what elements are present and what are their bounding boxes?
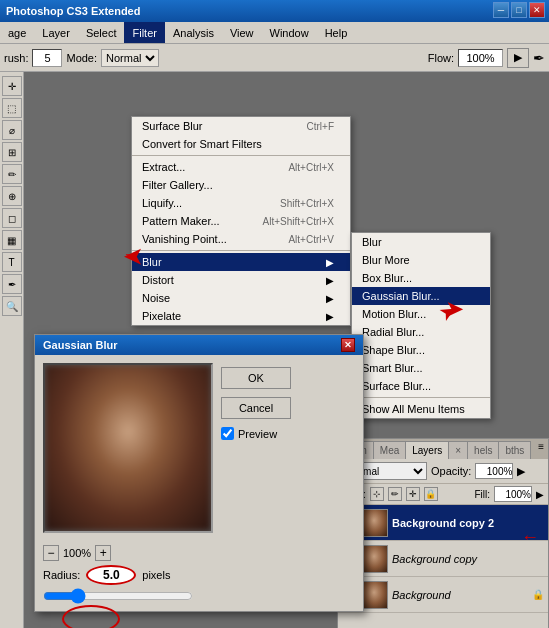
- tool-stamp[interactable]: ⊕: [2, 186, 22, 206]
- tab-hels[interactable]: hels: [468, 441, 499, 459]
- dialog-preview-area[interactable]: [43, 363, 213, 533]
- blur-shape-label: Shape Blur...: [362, 344, 425, 356]
- ok-button[interactable]: OK: [221, 367, 291, 389]
- fill-arrow[interactable]: ▶: [536, 489, 544, 500]
- liquify-label: Liquify...: [142, 197, 182, 209]
- filter-gallery-item[interactable]: Filter Gallery...: [132, 176, 350, 194]
- surface-blur-shortcut: Ctrl+F: [307, 121, 335, 132]
- radius-input[interactable]: [86, 565, 136, 585]
- tool-gradient[interactable]: ▦: [2, 230, 22, 250]
- opacity-input[interactable]: [475, 463, 513, 479]
- opacity-arrow[interactable]: ▶: [517, 465, 525, 478]
- liquify-shortcut: Shift+Ctrl+X: [280, 198, 334, 209]
- menu-item-age[interactable]: age: [0, 22, 34, 43]
- tool-lasso[interactable]: ⌀: [2, 120, 22, 140]
- toolbar: rush: Mode: Normal Flow: ▶ ✒: [0, 44, 549, 72]
- blur-box-item[interactable]: Box Blur...: [352, 269, 490, 287]
- tool-crop[interactable]: ⊞: [2, 142, 22, 162]
- tab-bths[interactable]: bths: [499, 441, 531, 459]
- menu-item-view[interactable]: View: [222, 22, 262, 43]
- tab-layers[interactable]: Layers: [406, 441, 449, 459]
- blur-more-item[interactable]: Blur More: [352, 251, 490, 269]
- lock-position-icon[interactable]: ⊹: [370, 487, 384, 501]
- menu-item-filter[interactable]: Filter: [124, 22, 164, 43]
- patternmaker-label: Pattern Maker...: [142, 215, 220, 227]
- blur-show-all-item[interactable]: Show All Menu Items: [352, 400, 490, 418]
- blur-gaussian-item[interactable]: Gaussian Blur...: [352, 287, 490, 305]
- menu-item-analysis[interactable]: Analysis: [165, 22, 222, 43]
- blur-motion-item[interactable]: Motion Blur...: [352, 305, 490, 323]
- tool-eraser[interactable]: ◻: [2, 208, 22, 228]
- flow-input[interactable]: [458, 49, 503, 67]
- blur-surface-item[interactable]: Surface Blur...: [352, 377, 490, 395]
- zoom-value: 100%: [63, 547, 91, 559]
- cancel-button[interactable]: Cancel: [221, 397, 291, 419]
- dialog-title-bar: Gaussian Blur ✕: [35, 335, 363, 355]
- mode-label: Mode:: [66, 52, 97, 64]
- tab-close[interactable]: ×: [449, 441, 468, 459]
- blur-smart-item[interactable]: Smart Blur...: [352, 359, 490, 377]
- tool-move[interactable]: ✛: [2, 76, 22, 96]
- panel-menu-icon[interactable]: ≡: [538, 441, 544, 452]
- separator-2: [132, 250, 350, 251]
- tab-mea[interactable]: Mea: [374, 441, 406, 459]
- menu-item-window[interactable]: Window: [262, 22, 317, 43]
- filter-extract-item[interactable]: Extract... Alt+Ctrl+X: [132, 158, 350, 176]
- fill-input[interactable]: [494, 486, 532, 502]
- blur-surface-label: Surface Blur...: [362, 380, 431, 392]
- layer-thumb-bg-copy2: [360, 509, 388, 537]
- filter-patternmaker-item[interactable]: Pattern Maker... Alt+Shift+Ctrl+X: [132, 212, 350, 230]
- blur-shape-item[interactable]: Shape Blur...: [352, 341, 490, 359]
- filter-blur-item[interactable]: Blur ▶: [132, 253, 350, 271]
- radius-slider[interactable]: [43, 589, 193, 603]
- maximize-button[interactable]: □: [511, 2, 527, 18]
- layer-row-bg[interactable]: 👁 Background 🔒: [338, 577, 548, 613]
- filter-dropdown-menu: Surface Blur Ctrl+F Convert for Smart Fi…: [131, 116, 351, 326]
- brush-size-input[interactable]: [32, 49, 62, 67]
- filter-noise-item[interactable]: Noise ▶: [132, 289, 350, 307]
- arrow-blur-indicator: ➤: [124, 244, 142, 270]
- menu-item-select[interactable]: Select: [78, 22, 125, 43]
- filter-vanishingpoint-item[interactable]: Vanishing Point... Alt+Ctrl+V: [132, 230, 350, 248]
- filter-pixelate-item[interactable]: Pixelate ▶: [132, 307, 350, 325]
- airbrush-icon[interactable]: ✒: [533, 50, 545, 66]
- tool-pen[interactable]: ✒: [2, 274, 22, 294]
- filter-surface-blur-item[interactable]: Surface Blur Ctrl+F: [132, 117, 350, 135]
- zoom-in-button[interactable]: +: [95, 545, 111, 561]
- dialog-close-button[interactable]: ✕: [341, 338, 355, 352]
- layer-row-bg-copy2[interactable]: 👁 Background copy 2: [338, 505, 548, 541]
- blur-blur-item[interactable]: Blur: [352, 233, 490, 251]
- preview-checkbox[interactable]: [221, 427, 234, 440]
- blur-submenu: Blur Blur More Box Blur... Gaussian Blur…: [351, 232, 491, 419]
- noise-arrow-icon: ▶: [326, 293, 334, 304]
- menu-bar: age Layer Select Filter Analysis View Wi…: [0, 22, 549, 44]
- zoom-out-button[interactable]: −: [43, 545, 59, 561]
- filter-distort-item[interactable]: Distort ▶: [132, 271, 350, 289]
- mode-dropdown[interactable]: Normal: [101, 49, 159, 67]
- lock-all-icon[interactable]: 🔒: [424, 487, 438, 501]
- tool-brush[interactable]: ✏: [2, 164, 22, 184]
- blur-label: Blur: [142, 256, 162, 268]
- tool-zoom[interactable]: 🔍: [2, 296, 22, 316]
- vanishingpoint-label: Vanishing Point...: [142, 233, 227, 245]
- gaussian-blur-dialog: Gaussian Blur ✕ OK Cancel Preview: [34, 334, 364, 612]
- blur-radial-item[interactable]: Radial Blur...: [352, 323, 490, 341]
- filter-convert-smartfilters-item[interactable]: Convert for Smart Filters: [132, 135, 350, 153]
- arrow-gaussian-indicator: ➤: [446, 297, 463, 321]
- menu-item-help[interactable]: Help: [317, 22, 356, 43]
- noise-label: Noise: [142, 292, 170, 304]
- lock-paint-icon[interactable]: ✏: [388, 487, 402, 501]
- minimize-button[interactable]: ─: [493, 2, 509, 18]
- flow-increase-btn[interactable]: ▶: [507, 48, 529, 68]
- tool-text[interactable]: T: [2, 252, 22, 272]
- filter-liquify-item[interactable]: Liquify... Shift+Ctrl+X: [132, 194, 350, 212]
- menu-item-layer[interactable]: Layer: [34, 22, 78, 43]
- layers-panel: Anim Mea Layers × hels bths ≡ Normal Opa…: [337, 438, 549, 628]
- distort-label: Distort: [142, 274, 174, 286]
- layer-name-bg-copy: Background copy: [392, 553, 544, 565]
- tool-select[interactable]: ⬚: [2, 98, 22, 118]
- layer-row-bg-copy[interactable]: 👁 Background copy: [338, 541, 548, 577]
- tool-panel: ✛ ⬚ ⌀ ⊞ ✏ ⊕ ◻ ▦ T ✒ 🔍: [0, 72, 24, 628]
- close-button[interactable]: ✕: [529, 2, 545, 18]
- lock-move-icon[interactable]: ✛: [406, 487, 420, 501]
